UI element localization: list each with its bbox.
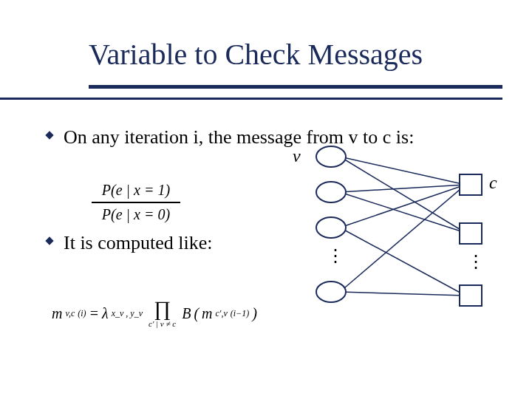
eq-arg-sup: (i−1) <box>231 308 249 319</box>
slide-title: Variable to Check Messages <box>89 37 502 72</box>
svg-line-7 <box>340 192 466 233</box>
svg-rect-15 <box>460 223 482 244</box>
fraction-bar <box>92 202 180 203</box>
bullet-text-2: It is computed like: <box>64 231 212 256</box>
svg-line-9 <box>340 292 466 296</box>
eq-paren-open: ( <box>194 305 199 322</box>
diamond-bullet-icon <box>44 236 55 246</box>
svg-line-2 <box>340 157 466 185</box>
eq-m-sub: v,c <box>65 308 75 319</box>
eq-paren-close: ) <box>252 305 257 322</box>
svg-rect-0 <box>45 131 53 139</box>
product-symbol-icon: ∏ <box>154 299 171 319</box>
diagram-v-label: v <box>293 146 301 166</box>
probability-fraction: P(e | x = 1) P(e | x = 0) <box>92 180 180 225</box>
fraction-denominator: P(e | x = 0) <box>92 205 180 225</box>
svg-point-12 <box>316 217 346 238</box>
eq-arg-sub: c′,v <box>216 308 228 319</box>
message-equation: mv,c(i) = λx_v , y_v ∏ c′ | v ≠ c B(mc′,… <box>52 299 257 328</box>
eq-product: ∏ c′ | v ≠ c <box>149 299 176 328</box>
eq-m: m <box>52 305 62 322</box>
eq-equals: = <box>89 305 100 322</box>
svg-rect-1 <box>45 236 53 245</box>
fraction-numerator: P(e | x = 1) <box>92 180 180 200</box>
eq-lambda-sub: x_v , y_v <box>112 308 143 319</box>
svg-point-13 <box>316 282 346 302</box>
svg-rect-14 <box>460 174 482 195</box>
diamond-bullet-icon <box>44 130 55 140</box>
bipartite-graph-diagram: v c ⋮ ⋮ <box>296 140 510 310</box>
svg-point-10 <box>316 146 346 167</box>
svg-point-11 <box>316 182 346 202</box>
diagram-ellipsis-left: ⋮ <box>327 245 344 266</box>
graph-svg <box>296 140 510 310</box>
eq-lambda: λ <box>102 305 109 322</box>
title-rule-thick <box>89 85 502 89</box>
eq-B: B <box>182 305 191 322</box>
title-rule-thin <box>0 98 502 100</box>
diagram-ellipsis-right: ⋮ <box>467 251 485 272</box>
eq-product-sub: c′ | v ≠ c <box>149 319 176 328</box>
svg-rect-16 <box>460 285 482 306</box>
eq-arg-m: m <box>202 305 212 322</box>
eq-m-sup: (i) <box>78 308 86 319</box>
diagram-c-label: c <box>489 173 497 193</box>
